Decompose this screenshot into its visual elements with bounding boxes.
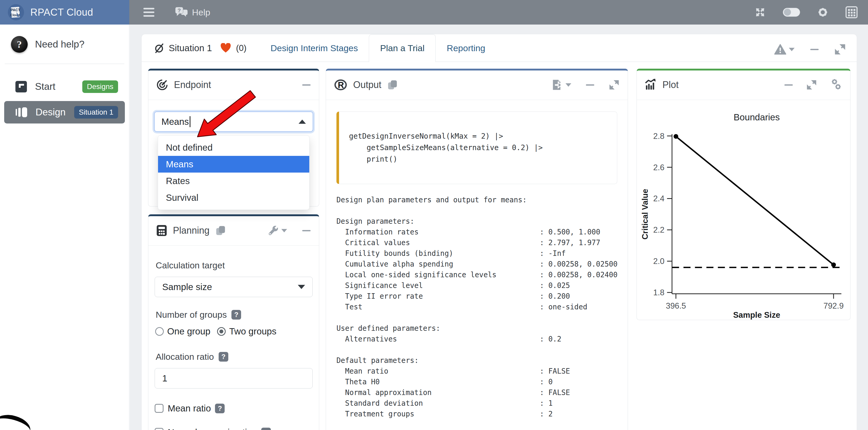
minimize-panel-button[interactable] xyxy=(586,84,594,86)
caret-up-icon xyxy=(299,120,306,124)
r-logo-icon: R xyxy=(334,79,347,91)
dropdown-option[interactable]: Survival xyxy=(158,189,309,206)
allocation-ratio-input[interactable]: 1 xyxy=(155,368,313,389)
normal-approximation-checkbox[interactable] xyxy=(155,428,163,430)
brand-header: PACT Cloud RPACT Cloud xyxy=(0,0,129,25)
dropdown-option[interactable]: Means xyxy=(158,156,309,173)
calculator-icon xyxy=(156,225,167,236)
help-bubbles-icon: ? xyxy=(175,6,188,18)
output-panel: R Output xyxy=(326,69,628,430)
hamburger-menu-icon[interactable] xyxy=(144,8,154,17)
y-axis-label: Critical Value xyxy=(641,189,650,239)
data-point xyxy=(674,134,678,139)
endpoint-dropdown-menu: Not definedMeansRatesSurvival xyxy=(158,135,310,210)
checkbox-label: Normal approximation xyxy=(168,427,257,430)
situation-label: Situation 1 xyxy=(169,43,212,53)
help-question-badge[interactable]: ? xyxy=(219,352,228,362)
checkbox-label: Mean ratio xyxy=(168,403,211,414)
situation-badge: Situation 1 xyxy=(74,106,118,119)
copy-icon[interactable] xyxy=(215,225,226,236)
need-help-label: Need help? xyxy=(35,39,84,50)
y-tick-label: 2.0 xyxy=(653,257,664,266)
help-question-badge[interactable]: ? xyxy=(231,310,241,320)
tab-reporting[interactable]: Reporting xyxy=(436,34,496,62)
caret-down-icon xyxy=(298,285,305,289)
radio-one-group[interactable] xyxy=(155,327,164,336)
tab-plan-a-trial[interactable]: Plan a Trial xyxy=(369,34,436,62)
endpoint-select-value: Means xyxy=(161,117,189,127)
radio-two-groups[interactable] xyxy=(217,327,226,336)
plot-panel: Plot xyxy=(637,69,850,320)
sidebar-item-label: Start xyxy=(35,81,55,92)
top-nav: ? Help xyxy=(129,0,868,25)
panel-title: Planning xyxy=(173,225,210,236)
y-tick-label: 2.8 xyxy=(653,132,664,141)
allocation-ratio-label: Allocation ratio ? xyxy=(156,352,313,362)
warnings-dropdown-button[interactable] xyxy=(774,44,795,55)
y-tick-label: 2.4 xyxy=(653,194,664,203)
main-area: Situation 1 (0) Design Interim Stages Pl… xyxy=(130,25,868,430)
minimize-panel-button[interactable] xyxy=(784,84,793,86)
x-tick-label: 396.5 xyxy=(666,301,686,310)
chart-icon xyxy=(645,79,657,91)
mean-ratio-checkbox[interactable] xyxy=(155,404,163,413)
heart-icon[interactable] xyxy=(220,43,231,53)
minimize-card-button[interactable] xyxy=(810,49,818,50)
need-help-link[interactable]: ? Need help? xyxy=(0,25,129,64)
panel-title: Endpoint xyxy=(174,79,211,90)
design-icon xyxy=(15,106,28,118)
sidebar-divider xyxy=(5,64,124,64)
tab-design-interim-stages[interactable]: Design Interim Stages xyxy=(260,34,369,62)
tools-dropdown-button[interactable] xyxy=(268,225,287,236)
y-tick-label: 1.8 xyxy=(653,288,664,297)
r-code-block: getDesignInverseNormal(kMax = 2) |> getS… xyxy=(336,111,617,184)
help-question-badge[interactable]: ? xyxy=(215,404,225,413)
card-actions xyxy=(774,43,846,55)
y-tick-label: 2.6 xyxy=(653,163,664,172)
empty-set-icon xyxy=(154,42,164,54)
fullscreen-icon[interactable] xyxy=(754,6,766,18)
dropdown-option[interactable]: Not defined xyxy=(158,139,309,156)
sidebar: ? Need help? Start Designs D xyxy=(0,25,129,430)
copy-icon[interactable] xyxy=(387,79,398,90)
y-tick-label: 2.2 xyxy=(653,225,664,234)
boundaries-chart: Boundaries1.82.02.22.42.62.8396.5792.9Cr… xyxy=(637,101,850,322)
theme-toggle[interactable] xyxy=(783,8,800,17)
text-cursor xyxy=(190,116,190,127)
help-label: Help xyxy=(192,7,210,18)
gear-icon[interactable] xyxy=(817,6,829,18)
expand-card-button[interactable] xyxy=(834,43,846,55)
help-question-badge[interactable]: ? xyxy=(261,428,271,430)
plot-settings-gears-icon[interactable] xyxy=(830,79,842,91)
grid-apps-icon[interactable] xyxy=(845,6,858,18)
r-code: getDesignInverseNormal(kMax = 2) |> getS… xyxy=(349,131,607,165)
r-output-text: Design plan parameters and output for me… xyxy=(336,195,617,419)
svg-text:?: ? xyxy=(178,7,181,13)
minimize-panel-button[interactable] xyxy=(302,84,311,86)
sidebar-item-start[interactable]: Start Designs xyxy=(4,75,125,98)
dropdown-option[interactable]: Rates xyxy=(158,173,309,189)
radio-label: One group xyxy=(167,326,210,336)
top-bar: PACT Cloud RPACT Cloud ? Help xyxy=(0,0,868,25)
caret-down-icon xyxy=(281,229,287,232)
calculation-target-label: Calculation target xyxy=(156,260,313,270)
start-icon xyxy=(15,81,27,93)
export-dropdown-button[interactable] xyxy=(551,79,571,91)
planning-panel: Planning xyxy=(148,214,319,430)
sidebar-item-design[interactable]: Design Situation 1 xyxy=(4,101,125,124)
designs-badge: Designs xyxy=(82,80,118,93)
chart-title: Boundaries xyxy=(734,112,780,122)
red-pointer-arrow xyxy=(194,90,256,140)
minimize-panel-button[interactable] xyxy=(302,230,311,231)
favorites-count: (0) xyxy=(236,43,246,53)
app-title: RPACT Cloud xyxy=(30,7,93,18)
tab-bar: Situation 1 (0) Design Interim Stages Pl… xyxy=(142,34,857,62)
help-button[interactable]: ? Help xyxy=(175,6,210,18)
x-axis-label: Sample Size xyxy=(733,310,780,320)
expand-panel-button[interactable] xyxy=(609,79,619,90)
critical-value-line xyxy=(676,137,834,265)
calculation-target-select[interactable]: Sample size xyxy=(155,277,313,297)
rpact-logo: PACT Cloud xyxy=(8,4,24,20)
expand-panel-button[interactable] xyxy=(806,79,817,90)
panel-title: Output xyxy=(353,79,381,90)
